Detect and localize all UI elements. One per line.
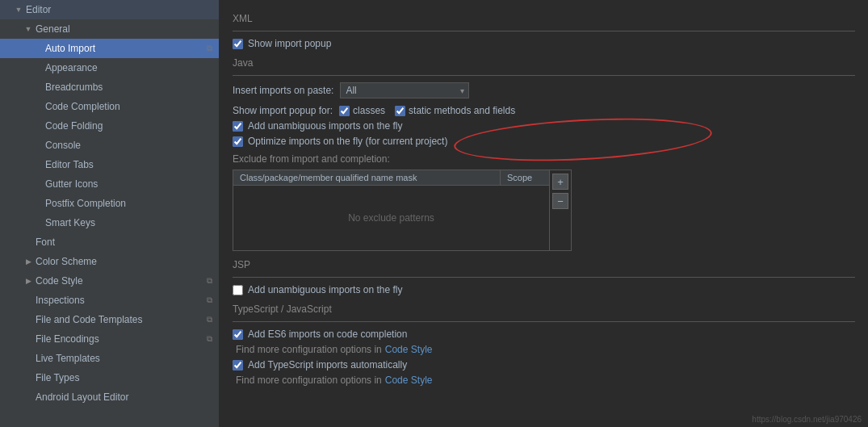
toggle-general: ▼: [23, 23, 34, 35]
sidebar-item-gutter-icons[interactable]: Gutter Icons: [0, 174, 219, 194]
add-es6-checkbox[interactable]: [233, 329, 243, 340]
static-methods-label[interactable]: static methods and fields: [409, 105, 515, 116]
sidebar-item-smart-keys[interactable]: Smart Keys: [0, 213, 219, 232]
sidebar-item-code-folding[interactable]: Code Folding: [0, 116, 219, 136]
main-content: XML Show import popup Java Insert import…: [220, 0, 868, 427]
classes-checkbox[interactable]: [339, 106, 350, 116]
xml-section-title: XML: [233, 13, 855, 24]
copy-icon-auto-import: ⧉: [207, 44, 212, 53]
toggle-file-code-templates: [23, 314, 34, 325]
toggle-auto-import: [32, 43, 44, 54]
classes-label[interactable]: classes: [353, 105, 385, 116]
add-es6-row: Add ES6 imports on code completion: [233, 329, 855, 340]
add-typescript-row: Add TypeScript imports automatically: [233, 359, 855, 370]
add-unambiguous-checkbox[interactable]: [233, 121, 243, 132]
sidebar-item-file-code-templates[interactable]: File and Code Templates ⧉: [0, 310, 219, 329]
copy-icon-file-code-templates: ⧉: [207, 315, 212, 324]
insert-imports-select[interactable]: All Ask None: [340, 82, 469, 98]
sidebar-label-code-completion: Code Completion: [45, 101, 212, 112]
no-patterns-label: No exclude patterns: [348, 212, 434, 224]
show-import-popup-label: Show import popup for:: [233, 105, 333, 116]
jsp-divider: [233, 277, 855, 278]
code-style-link-2[interactable]: Code Style: [385, 375, 433, 386]
find-config2-text: Find more configuration options in: [236, 375, 382, 386]
jsp-add-unambiguous-label[interactable]: Add unambiguous imports on the fly: [248, 284, 402, 295]
add-unambiguous-label[interactable]: Add unambiguous imports on the fly: [248, 120, 402, 132]
toggle-postfix-completion: [32, 198, 44, 209]
col-scope-header: Scope: [501, 170, 549, 185]
exclude-section-label: Exclude from import and completion:: [233, 153, 855, 165]
col-name-header: Class/package/member qualified name mask: [233, 170, 501, 185]
copy-icon-code-style: ⧉: [207, 276, 212, 286]
toggle-console: [32, 140, 44, 151]
sidebar-label-font: Font: [36, 237, 212, 248]
sidebar-item-appearance[interactable]: Appearance: [0, 58, 219, 77]
exclude-table: Class/package/member qualified name mask…: [233, 170, 572, 251]
remove-pattern-button[interactable]: −: [552, 193, 568, 209]
sidebar-label-postfix-completion: Postfix Completion: [45, 198, 212, 209]
sidebar-item-color-scheme[interactable]: ▶ Color Scheme: [0, 252, 219, 271]
show-import-popup-row: Show import popup for: classes static me…: [233, 105, 855, 116]
table-action-buttons: + −: [549, 170, 571, 250]
toggle-code-style: ▶: [23, 275, 34, 287]
code-style-link-1[interactable]: Code Style: [385, 344, 433, 355]
sidebar-item-postfix-completion[interactable]: Postfix Completion: [0, 194, 219, 213]
sidebar-item-file-encodings[interactable]: File Encodings ⧉: [0, 329, 219, 349]
xml-show-import-checkbox[interactable]: [233, 39, 243, 49]
static-methods-checkbox[interactable]: [395, 106, 405, 116]
sidebar-item-file-types[interactable]: File Types: [0, 368, 219, 387]
insert-imports-row: Insert imports on paste: All Ask None: [233, 82, 855, 98]
sidebar-label-inspections: Inspections: [36, 295, 203, 306]
sidebar-label-breadcrumbs: Breadcrumbs: [45, 82, 212, 93]
sidebar-item-code-style[interactable]: ▶ Code Style ⧉: [0, 271, 219, 291]
typescript-divider: [233, 321, 855, 322]
sidebar-label-smart-keys: Smart Keys: [45, 217, 212, 228]
add-typescript-checkbox[interactable]: [233, 360, 243, 370]
add-typescript-label[interactable]: Add TypeScript imports automatically: [248, 359, 407, 370]
sidebar-label-code-style: Code Style: [36, 275, 203, 287]
sidebar-label-appearance: Appearance: [45, 62, 212, 73]
jsp-add-unambiguous-row: Add unambiguous imports on the fly: [233, 284, 855, 295]
toggle-android-layout-editor: [23, 391, 34, 403]
sidebar-item-inspections[interactable]: Inspections ⧉: [0, 291, 219, 310]
table-header: Class/package/member qualified name mask…: [233, 170, 549, 186]
find-config-text: Find more configuration options in: [236, 344, 382, 355]
java-section-title: Java: [233, 57, 855, 69]
table-content: No exclude patterns: [233, 186, 549, 250]
toggle-breadcrumbs: [32, 82, 44, 93]
xml-show-import-popup-row: Show import popup: [233, 38, 855, 49]
toggle-live-templates: [23, 353, 34, 364]
add-pattern-button[interactable]: +: [552, 174, 568, 190]
sidebar-label-editor: Editor: [26, 4, 212, 15]
table-body: No exclude patterns: [233, 186, 549, 250]
copy-icon-file-encodings: ⧉: [207, 334, 212, 344]
sidebar-item-code-completion[interactable]: Code Completion: [0, 97, 219, 116]
sidebar-item-editor[interactable]: ▼ Editor: [0, 0, 219, 19]
sidebar-label-general: General: [36, 23, 212, 35]
sidebar-item-android-layout-editor[interactable]: Android Layout Editor: [0, 387, 219, 407]
sidebar-item-live-templates[interactable]: Live Templates: [0, 349, 219, 368]
add-es6-label[interactable]: Add ES6 imports on code completion: [248, 329, 407, 340]
sidebar-item-font[interactable]: Font: [0, 232, 219, 252]
optimize-imports-row: Optimize imports on the fly (for current…: [233, 136, 855, 147]
xml-divider: [233, 31, 855, 31]
java-divider: [233, 75, 855, 76]
sidebar-item-auto-import[interactable]: Auto Import ⧉: [0, 39, 219, 58]
main-outer: XML Show import popup Java Insert import…: [220, 0, 868, 427]
sidebar-item-console[interactable]: Console: [0, 136, 219, 155]
sidebar-item-general[interactable]: ▼ General: [0, 19, 219, 39]
toggle-color-scheme: ▶: [23, 256, 34, 267]
optimize-imports-label[interactable]: Optimize imports on the fly (for current…: [248, 136, 447, 147]
sidebar-item-editor-tabs[interactable]: Editor Tabs: [0, 155, 219, 174]
optimize-imports-checkbox[interactable]: [233, 136, 243, 147]
insert-imports-select-wrap: All Ask None: [340, 82, 469, 98]
sidebar-label-file-encodings: File Encodings: [36, 333, 203, 345]
xml-show-import-label[interactable]: Show import popup: [248, 38, 331, 49]
sidebar-label-auto-import: Auto Import: [45, 43, 203, 54]
sidebar-item-breadcrumbs[interactable]: Breadcrumbs: [0, 77, 219, 97]
jsp-add-unambiguous-checkbox[interactable]: [233, 285, 243, 295]
classes-checkbox-wrap: classes: [339, 105, 385, 116]
toggle-gutter-icons: [32, 178, 44, 190]
sidebar-label-gutter-icons: Gutter Icons: [45, 178, 212, 190]
toggle-code-completion: [32, 101, 44, 112]
